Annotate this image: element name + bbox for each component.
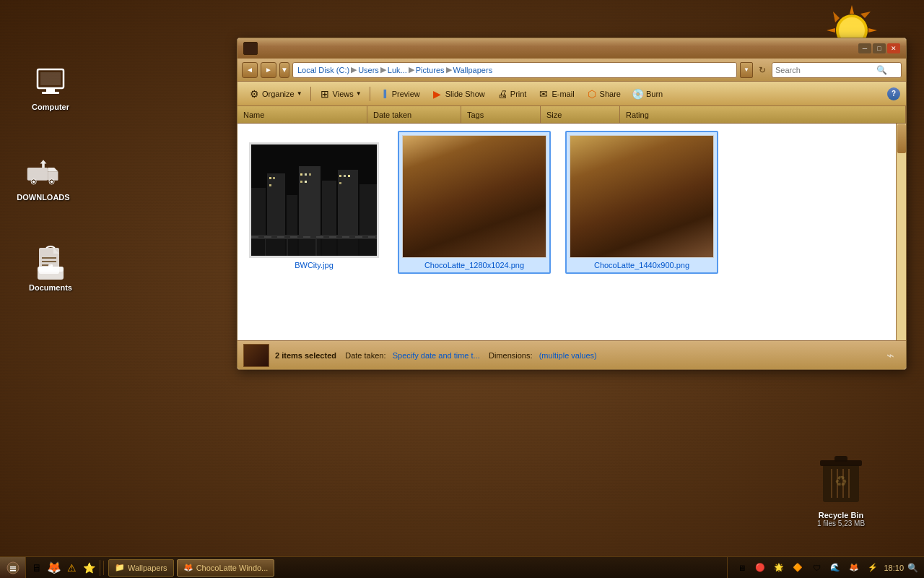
scrollbar-thumb[interactable] xyxy=(897,124,906,153)
taskbar-task-choco-icon: 🦊 xyxy=(183,563,193,572)
file-bwcity[interactable]: BWCity.jpg xyxy=(245,138,383,274)
forward-button[interactable]: ► xyxy=(261,62,276,78)
svg-point-64 xyxy=(7,562,19,574)
desktop-icon-downloads[interactable]: DOWNLOADS xyxy=(14,155,72,202)
taskbar-right: 🖥 🔴 🌟 🔶 🛡 🌊 🦊 ⚡ 18:10 🔍 xyxy=(727,557,924,578)
computer-icon xyxy=(33,65,68,100)
col-header-tags[interactable]: Tags xyxy=(461,106,541,123)
col-header-date[interactable]: Date taken xyxy=(367,106,461,123)
views-button[interactable]: ⊞ Views ▼ xyxy=(314,85,367,103)
svg-marker-5 xyxy=(827,28,835,33)
taskbar-icon-firefox[interactable]: 🦊 xyxy=(46,560,62,576)
organize-button[interactable]: ⚙ Organize ▼ xyxy=(243,85,308,103)
slideshow-button[interactable]: ▶ Slide Show xyxy=(427,85,490,103)
svg-text:♻: ♻ xyxy=(834,473,847,489)
svg-marker-2 xyxy=(850,5,854,14)
col-header-rating[interactable]: Rating xyxy=(620,106,906,123)
file-choco1280-label: ChocoLatte_1280x1024.png xyxy=(424,261,524,269)
status-selected: 2 items selected Date taken: Specify dat… xyxy=(275,351,597,360)
search-input[interactable] xyxy=(775,66,876,74)
taskbar-search-button[interactable]: 🔍 xyxy=(907,562,918,574)
desktop-icon-documents[interactable]: Documents xyxy=(22,246,79,292)
svg-rect-58 xyxy=(251,238,377,256)
breadcrumb-wallpapers[interactable]: Wallpapers xyxy=(453,66,493,74)
filter-button[interactable]: ▼ xyxy=(740,62,753,78)
breadcrumb-pictures[interactable]: Pictures xyxy=(416,66,445,74)
print-button[interactable]: 🖨 Print xyxy=(492,85,532,103)
breadcrumb-disk[interactable]: Local Disk (C:) xyxy=(297,66,349,74)
back-button[interactable]: ◄ xyxy=(242,62,258,78)
svg-rect-36 xyxy=(834,456,847,462)
taskbar-sys-4[interactable]: 🔶 xyxy=(790,560,806,576)
taskbar-task-wallpapers[interactable]: 📁 Wallpapers xyxy=(108,559,174,577)
window-controls: ─ □ ✕ xyxy=(858,43,900,53)
taskbar-task-choco[interactable]: 🦊 ChocoLatte Windo... xyxy=(177,559,275,577)
taskbar-sys-8[interactable]: ⚡ xyxy=(865,560,881,576)
file-choco1440[interactable]: ChocoLatte_1440x900.png xyxy=(565,131,718,274)
svg-rect-52 xyxy=(300,181,302,183)
search-box[interactable]: 🔍 xyxy=(772,62,902,78)
taskbar-start[interactable] xyxy=(0,557,26,578)
maximize-button[interactable]: □ xyxy=(873,43,886,53)
col-header-size[interactable]: Size xyxy=(541,106,620,123)
email-button[interactable]: ✉ E-mail xyxy=(533,85,579,103)
status-thumbnail xyxy=(243,344,269,367)
burn-button[interactable]: 💿 Burn xyxy=(627,85,668,103)
status-arrow: ⌁ xyxy=(886,348,900,363)
breadcrumb-users[interactable]: Users xyxy=(358,66,379,74)
toolbar-sep-2 xyxy=(370,87,370,101)
views-dropdown-icon: ▼ xyxy=(356,90,362,97)
burn-icon: 💿 xyxy=(632,88,644,100)
content-area: BWCity.jpg ChocoLatte_1280x1024.png Choc… xyxy=(237,124,906,340)
close-button[interactable]: ✕ xyxy=(887,43,900,53)
svg-marker-16 xyxy=(48,168,58,171)
refresh-button[interactable]: ↻ xyxy=(756,64,769,77)
toolbar-sep-1 xyxy=(310,87,311,101)
recycle-bin-label: Recycle Bin xyxy=(819,511,863,519)
print-icon: 🖨 xyxy=(497,88,508,100)
taskbar-sys-5[interactable]: 🛡 xyxy=(808,560,824,576)
svg-marker-3 xyxy=(868,28,877,33)
share-button[interactable]: ⬡ Share xyxy=(581,85,626,103)
breadcrumb: Local Disk (C:) ▶ Users ▶ Luk... ▶ Pictu… xyxy=(292,62,737,78)
svg-rect-29 xyxy=(48,264,53,270)
views-icon: ⊞ xyxy=(319,88,331,100)
taskbar-sep xyxy=(103,561,104,575)
organize-dropdown-icon: ▼ xyxy=(297,90,302,97)
file-choco1280[interactable]: ChocoLatte_1280x1024.png xyxy=(398,131,551,274)
taskbar-sys-6[interactable]: 🌊 xyxy=(827,560,843,576)
share-icon: ⬡ xyxy=(586,88,598,100)
dropdown-button[interactable]: ▼ xyxy=(279,62,289,78)
taskbar-sys-1[interactable]: 🖥 xyxy=(733,560,749,576)
recycle-bin[interactable]: ♻ Recycle Bin 1 files 5,23 MB xyxy=(816,450,866,527)
documents-icon xyxy=(33,246,68,280)
column-headers: Name Date taken Tags Size Rating xyxy=(237,106,906,124)
breadcrumb-user[interactable]: Luk... xyxy=(388,66,407,74)
svg-rect-54 xyxy=(339,175,341,177)
downloads-icon xyxy=(26,155,61,190)
taskbar-sys-7[interactable]: 🦊 xyxy=(846,560,862,576)
taskbar-icon-warning[interactable]: ⚠ xyxy=(64,560,79,576)
taskbar-icon-star[interactable]: ⭐ xyxy=(81,560,97,576)
desktop-icon-computer[interactable]: Computer xyxy=(22,65,79,111)
slideshow-icon: ▶ xyxy=(432,88,443,100)
svg-rect-46 xyxy=(269,177,271,179)
preview-button[interactable]: ▐ Preview xyxy=(373,85,425,103)
taskbar-sys-3[interactable]: 🌟 xyxy=(771,560,787,576)
svg-rect-66 xyxy=(10,568,16,569)
taskbar-sys-2[interactable]: 🔴 xyxy=(752,560,768,576)
scrollbar[interactable] xyxy=(896,124,906,340)
svg-rect-51 xyxy=(309,173,311,176)
preview-icon: ▐ xyxy=(378,88,390,100)
svg-marker-6 xyxy=(860,12,871,18)
taskbar-icon-monitor[interactable]: 🖥 xyxy=(29,560,45,576)
help-button[interactable]: ? xyxy=(887,87,900,100)
svg-rect-47 xyxy=(273,177,275,179)
minimize-button[interactable]: ─ xyxy=(858,43,871,53)
taskbar: 🖥 🦊 ⚠ ⭐ 📁 Wallpapers 🦊 ChocoLatte Windo.… xyxy=(0,556,924,578)
svg-rect-11 xyxy=(40,72,61,85)
svg-point-20 xyxy=(51,181,53,184)
svg-point-19 xyxy=(32,181,35,184)
col-header-name[interactable]: Name xyxy=(237,106,367,123)
svg-rect-57 xyxy=(339,182,341,184)
